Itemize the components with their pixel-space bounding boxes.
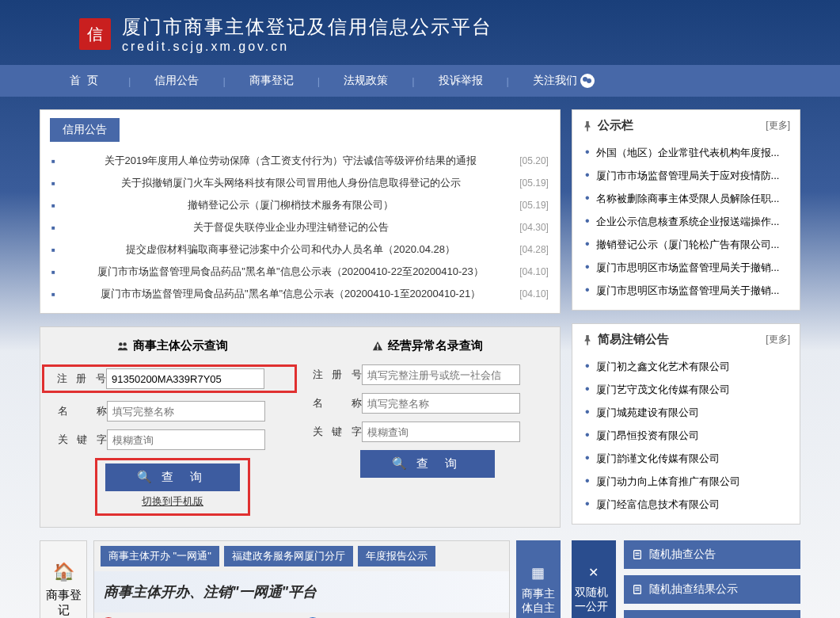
simple-cancel-title: 简易注销公告 [582, 332, 669, 347]
news-item: 提交虚假材料骗取商事登记涉案中介公司和代办人员名单（2020.04.28）[04… [50, 238, 550, 261]
credit-notice-title: 信用公告 [50, 118, 120, 142]
svg-rect-3 [377, 348, 378, 349]
bulletin-panel: 公示栏 [更多] 外国（地区）企业常驻代表机构年度报... 厦门市市场监督管理局… [572, 109, 800, 311]
news-date: [05.19] [519, 200, 549, 211]
nav-complaint[interactable]: 投诉举报 [424, 74, 497, 88]
self-declare-box[interactable]: ▦ 商事主体自主 [516, 540, 561, 618]
banner-tab[interactable]: 福建政务服务网厦门分厅 [224, 546, 353, 566]
bulletin-item[interactable]: 厦门市市场监督管理局关于应对疫情防... [582, 164, 790, 187]
nav-home[interactable]: 首页 [55, 74, 119, 88]
svg-point-0 [119, 342, 122, 345]
link-btn[interactable]: 随机抽查公告 [624, 540, 800, 569]
simple-cancel-more[interactable]: [更多] [766, 333, 790, 346]
bulletin-list: 外国（地区）企业常驻代表机构年度报... 厦门市市场监督管理局关于应对疫情防..… [582, 141, 790, 302]
name-input[interactable] [107, 401, 265, 422]
site-subtitle: credit.scjg.xm.gov.cn [122, 40, 492, 54]
highlight-reg-input: 注 册 号 [42, 364, 297, 393]
list-item[interactable]: 厦门城苑建设有限公司 [582, 401, 790, 424]
news-link[interactable]: 厦门市市场监督管理局食品药品"黑名单"信息公示表（20200410-1至2020… [101, 287, 481, 301]
abnormal-search-button[interactable]: 🔍 查 询 [360, 450, 494, 478]
double-random-box[interactable]: ✕ 双随机一公开 [572, 540, 616, 618]
name-label: 名 称 [58, 404, 107, 418]
reg-label: 注 册 号 [57, 372, 106, 386]
keyword-label: 关 键 字 [58, 433, 107, 447]
news-link[interactable]: 关于拟撤销厦门火车头网络科技有限公司冒用他人身份信息取得登记的公示 [121, 176, 461, 190]
entity-search-button[interactable]: 🔍 查 询 [105, 464, 239, 491]
pin-icon [582, 120, 593, 132]
banner-tab[interactable]: 年度报告公示 [358, 546, 435, 566]
credit-notice-list: 关于2019年度用人单位劳动保障（含工资支付行为）守法诚信等级评价结果的通报[0… [50, 150, 550, 305]
nav-policy[interactable]: 法规政策 [329, 74, 402, 88]
bulletin-item[interactable]: 外国（地区）企业常驻代表机构年度报... [582, 141, 790, 164]
link-btn[interactable]: 随机抽查结果公示 [624, 575, 800, 604]
list-item[interactable]: 厦门昂恒投资有限公司 [582, 424, 790, 447]
nav-credit[interactable]: 信用公告 [140, 74, 213, 88]
banner-area: 商事主体开办 "一网通" 福建政务服务网厦门分厅 年度报告公示 商事主体开办、注… [93, 540, 510, 618]
bulletin-more[interactable]: [更多] [766, 119, 790, 132]
abnormal-keyword-input[interactable] [362, 422, 520, 442]
bottom-left: 🏠 商事登记 商事主体开办 "一网通" 福建政务服务网厦门分厅 年度报告公示 商… [40, 540, 561, 618]
search-panel: 商事主体公示查询 注 册 号 名 称 关 键 字 🔍 查 询 切换到手机版 经营… [40, 326, 561, 528]
reg-box[interactable]: 🏠 商事登记 [40, 540, 87, 618]
news-link[interactable]: 关于督促失联停业企业办理注销登记的公告 [193, 220, 389, 235]
bottom-right: ✕ 双随机一公开 随机抽查公告 随机抽查结果公示 联合执法检查结果公示 [572, 540, 800, 618]
bulletin-item[interactable]: 厦门市思明区市场监督管理局关于撤销... [582, 279, 790, 302]
bottom-row: 🏠 商事登记 商事主体开办 "一网通" 福建政务服务网厦门分厅 年度报告公示 商… [0, 540, 840, 618]
simple-cancel-list: 厦门初之鑫文化艺术有限公司 厦门艺守茂文化传媒有限公司 厦门城苑建设有限公司 厦… [582, 355, 790, 516]
svg-rect-5 [634, 586, 641, 594]
abnormal-search: 经营异常名录查询 注 册 号 名 称 关 键 字 🔍 查 询 [303, 338, 552, 516]
reg-input[interactable] [106, 368, 264, 389]
news-item: 关于2019年度用人单位劳动保障（含工资支付行为）守法诚信等级评价结果的通报[0… [50, 150, 550, 172]
main-nav: 首页| 信用公告| 商事登记| 法规政策| 投诉举报| 关注我们 [0, 65, 840, 97]
name-label: 名 称 [313, 396, 362, 410]
news-item: 关于督促失联停业企业办理注销登记的公告[04.30] [50, 216, 550, 238]
pin-icon [582, 334, 593, 345]
banner-tab[interactable]: 商事主体开办 "一网通" [101, 546, 219, 566]
news-date: [04.10] [519, 266, 549, 277]
list-item[interactable]: 厦门初之鑫文化艺术有限公司 [582, 355, 790, 378]
news-link[interactable]: 提交虚假材料骗取商事登记涉案中介公司和代办人员名单（2020.04.28） [126, 242, 455, 257]
news-link[interactable]: 关于2019年度用人单位劳动保障（含工资支付行为）守法诚信等级评价结果的通报 [105, 154, 477, 168]
main-container: 信用公告 关于2019年度用人单位劳动保障（含工资支付行为）守法诚信等级评价结果… [0, 97, 840, 540]
nav-register[interactable]: 商事登记 [235, 74, 308, 88]
header: 信 厦门市商事主体登记及信用信息公示平台 credit.scjg.xm.gov.… [0, 0, 840, 65]
wechat-icon [580, 74, 595, 88]
reg-label: 注 册 号 [313, 368, 362, 382]
news-item: 厦门市市场监督管理局食品药品"黑名单"信息公示表（20200410-1至2020… [50, 283, 550, 305]
news-date: [04.28] [519, 244, 549, 255]
news-item: 关于拟撤销厦门火车头网络科技有限公司冒用他人身份信息取得登记的公示[05.19] [50, 172, 550, 194]
abnormal-reg-input[interactable] [362, 364, 520, 385]
document-icon: ▦ [531, 564, 545, 582]
bulletin-item[interactable]: 企业公示信息核查系统企业报送端操作... [582, 210, 790, 233]
banner-text: 商事主体开办、注销"一网通"平台 [94, 571, 509, 612]
link-stack: 随机抽查公告 随机抽查结果公示 联合执法检查结果公示 [624, 540, 800, 618]
right-column: 公示栏 [更多] 外国（地区）企业常驻代表机构年度报... 厦门市市场监督管理局… [572, 109, 800, 540]
list-item[interactable]: 厦门动力向上体育推广有限公司 [582, 470, 790, 493]
link-btn[interactable]: 联合执法检查结果公示 [624, 610, 800, 618]
logo-icon: 信 [79, 18, 111, 50]
news-item: 撤销登记公示（厦门柳梢技术服务有限公司）[05.19] [50, 194, 550, 216]
list-item[interactable]: 厦门经富信息技术有限公司 [582, 493, 790, 516]
news-date: [04.30] [519, 222, 549, 233]
warning-icon [372, 341, 383, 352]
mobile-link[interactable]: 切换到手机版 [142, 495, 203, 507]
credit-notice-panel: 信用公告 关于2019年度用人单位劳动保障（含工资支付行为）守法诚信等级评价结果… [40, 109, 561, 314]
home-icon: 🏠 [53, 562, 74, 582]
list-item[interactable]: 厦门艺守茂文化传媒有限公司 [582, 378, 790, 401]
news-link[interactable]: 撤销登记公示（厦门柳梢技术服务有限公司） [188, 198, 393, 212]
svg-rect-2 [377, 344, 378, 347]
list-item[interactable]: 厦门韵谨文化传媒有限公司 [582, 447, 790, 470]
banner-bottom: 徽电子营业执照自助服务 ✕商事主体经营项目自助生成器 [94, 612, 509, 618]
nav-follow[interactable]: 关注我们 [519, 74, 609, 88]
bulletin-item[interactable]: 名称被删除商事主体受限人员解除任职... [582, 187, 790, 210]
bulletin-item[interactable]: 撤销登记公示（厦门轮松广告有限公司... [582, 233, 790, 256]
bulletin-title: 公示栏 [582, 118, 633, 133]
entity-search-title: 商事主体公示查询 [48, 338, 297, 353]
left-column: 信用公告 关于2019年度用人单位劳动保障（含工资支付行为）守法诚信等级评价结果… [40, 109, 561, 540]
abnormal-name-input[interactable] [362, 393, 520, 414]
news-link[interactable]: 厦门市市场监督管理局食品药品"黑名单"信息公示表（20200410-22至202… [97, 265, 484, 279]
bulletin-item[interactable]: 厦门市思明区市场监督管理局关于撤销... [582, 256, 790, 279]
doc-icon [632, 584, 643, 595]
doc-icon [632, 549, 643, 560]
keyword-input[interactable] [107, 429, 265, 450]
